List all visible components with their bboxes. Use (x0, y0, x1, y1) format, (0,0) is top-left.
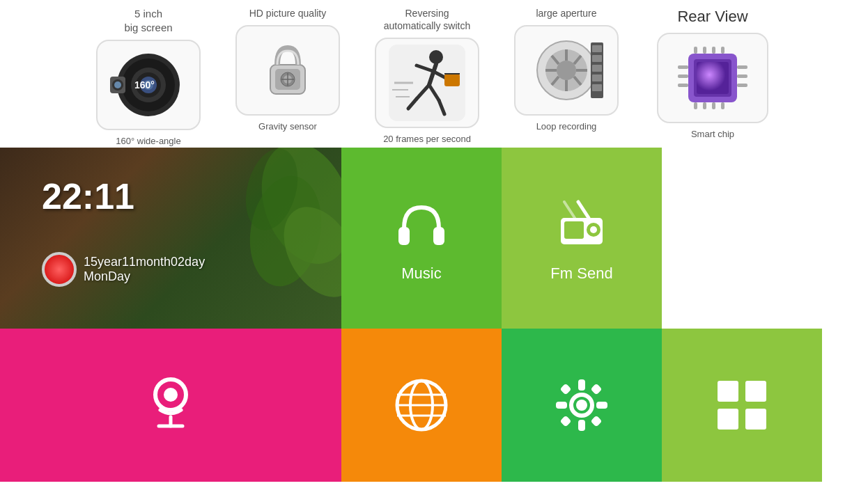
svg-rect-43 (592, 55, 602, 62)
tile-empty-top (662, 148, 822, 329)
leaf-decoration (202, 148, 341, 329)
svg-rect-58 (712, 47, 715, 54)
svg-rect-95 (718, 381, 738, 402)
feature-reversing: Reversing automatically switch (371, 7, 483, 144)
tile-globe[interactable] (341, 329, 502, 482)
svg-rect-87 (578, 379, 585, 391)
radio-icon (550, 194, 613, 256)
feature-reversing-desc: 20 frames per second (383, 134, 471, 144)
globe-icon (390, 374, 453, 436)
svg-rect-93 (560, 416, 572, 427)
svg-line-75 (564, 202, 575, 218)
tile-windows[interactable] (662, 329, 822, 482)
feature-hd-desc: Gravity sensor (258, 121, 317, 132)
headphones-icon (390, 194, 453, 256)
svg-rect-88 (578, 420, 585, 431)
svg-point-32 (557, 61, 576, 80)
dashboard-record: 15year11month02day MonDay (42, 252, 205, 287)
svg-rect-50 (678, 65, 688, 69)
feature-hd: HD picture quality Gravity sensor (232, 7, 343, 132)
svg-rect-91 (560, 384, 572, 395)
tile-music[interactable]: Music (341, 148, 502, 329)
app-grid: 22:11 15year11month02day MonDay Music (0, 148, 868, 482)
svg-rect-71 (564, 221, 584, 239)
svg-point-86 (576, 400, 587, 411)
svg-rect-94 (591, 416, 603, 427)
feature-rearview-icon-box (657, 33, 768, 123)
dashboard-day: MonDay (84, 269, 205, 284)
svg-rect-54 (737, 74, 747, 78)
svg-rect-42 (592, 45, 602, 52)
record-dot (42, 252, 77, 287)
svg-point-77 (164, 388, 178, 402)
svg-point-73 (590, 226, 597, 233)
svg-rect-46 (592, 84, 602, 91)
feature-rearview-desc: Smart chip (691, 129, 734, 139)
svg-text:160°: 160° (134, 79, 155, 90)
svg-line-74 (578, 202, 589, 218)
smartchip-icon (667, 43, 758, 113)
webcam-icon (139, 374, 202, 436)
feature-aperture-icon-box (514, 25, 619, 116)
svg-rect-98 (745, 409, 766, 430)
feature-aperture: large aperture (511, 7, 622, 132)
reverse-icon (389, 45, 465, 121)
svg-rect-53 (737, 65, 747, 69)
tile-camera[interactable] (0, 329, 341, 482)
dashboard-time: 22:11 (42, 175, 134, 217)
loop-icon (528, 36, 605, 105)
svg-rect-68 (398, 227, 410, 245)
screen-icon: 160° (107, 50, 190, 120)
windows-icon (711, 374, 773, 436)
svg-rect-96 (745, 381, 766, 402)
svg-rect-56 (694, 47, 697, 54)
feature-5inch-desc: 160° wide-angle (116, 136, 180, 146)
svg-rect-97 (718, 409, 738, 430)
feature-rearview-label: Rear View (677, 7, 747, 27)
gear-icon (550, 374, 613, 436)
svg-rect-92 (591, 384, 603, 395)
feature-reversing-label: Reversing automatically switch (384, 7, 471, 32)
feature-hd-label: HD picture quality (249, 7, 327, 19)
feature-aperture-label: large aperture (536, 7, 596, 19)
svg-rect-62 (712, 102, 715, 109)
feature-rearview: Rear View (650, 7, 775, 139)
svg-rect-61 (703, 102, 706, 109)
svg-rect-90 (596, 402, 607, 409)
dashboard-date: 15year11month02day (84, 255, 205, 269)
feature-hd-icon-box (235, 25, 340, 116)
feature-5inch-icon-box: 160° (96, 40, 201, 130)
features-row-1: 5 inch big screen 160° 160° wide-angle (0, 0, 868, 146)
svg-rect-51 (678, 74, 688, 78)
feature-5inch-label: 5 inch big screen (124, 7, 172, 34)
tile-music-label: Music (401, 265, 441, 283)
svg-rect-55 (737, 84, 747, 87)
svg-point-8 (114, 81, 121, 88)
svg-rect-45 (592, 74, 602, 81)
svg-rect-57 (703, 47, 706, 54)
tile-fmsend[interactable]: Fm Send (502, 148, 662, 329)
svg-rect-44 (592, 65, 602, 72)
tile-fmsend-label: Fm Send (550, 265, 612, 283)
feature-5inch: 5 inch big screen 160° 160° wide-angle (93, 7, 204, 146)
feature-aperture-desc: Loop recording (536, 121, 597, 132)
svg-rect-52 (678, 84, 688, 87)
tile-dashboard[interactable]: 22:11 15year11month02day MonDay (0, 148, 341, 329)
svg-rect-60 (694, 102, 697, 109)
svg-rect-59 (721, 47, 724, 54)
svg-rect-49 (697, 62, 729, 94)
svg-rect-63 (721, 102, 724, 109)
svg-rect-21 (444, 74, 460, 86)
tile-settings[interactable] (502, 329, 662, 482)
gravity-icon (253, 36, 323, 105)
svg-rect-89 (556, 402, 567, 409)
svg-rect-69 (433, 227, 444, 245)
feature-reversing-icon-box (375, 38, 479, 128)
